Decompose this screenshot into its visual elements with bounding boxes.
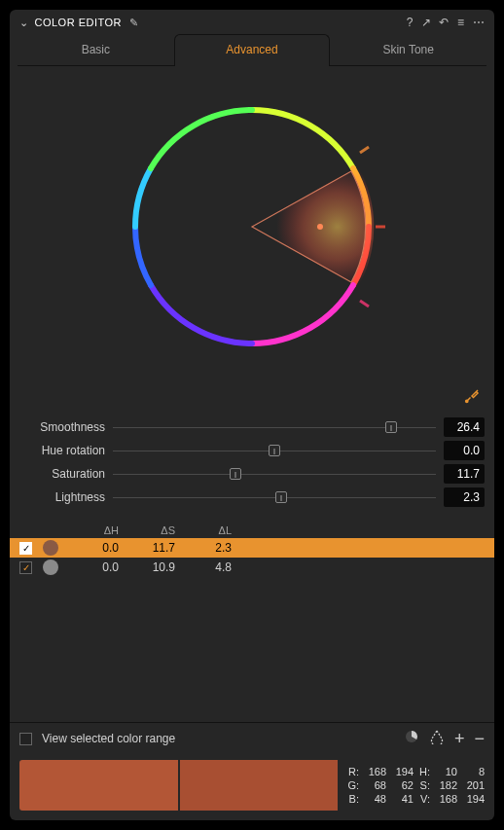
table-row[interactable]: ✓ 0.0 11.7 2.3 — [10, 538, 494, 558]
svg-line-2 — [360, 301, 369, 307]
slider-label: Hue rotation — [19, 444, 105, 457]
slider-track[interactable] — [113, 490, 436, 504]
slider-smoothness: Smoothness 26.4 — [19, 417, 485, 437]
pie-icon[interactable] — [404, 729, 419, 748]
table-header: ΔH ΔS ΔL — [10, 524, 494, 538]
row-checkbox[interactable]: ✓ — [19, 542, 32, 555]
expand-icon[interactable]: ↗ — [421, 16, 432, 29]
slider-value[interactable]: 2.3 — [444, 487, 485, 507]
panel-header: ⌄ COLOR EDITOR ✎ ? ↗ ↶ ≡ ⋯ — [10, 10, 494, 33]
slider-label: Lightness — [19, 490, 105, 504]
invert-icon[interactable] — [429, 729, 445, 748]
slider-thumb[interactable] — [275, 491, 287, 503]
slider-track[interactable] — [113, 467, 436, 481]
reset-icon[interactable]: ↶ — [439, 16, 450, 29]
footer-toolbar: View selected color range + − — [10, 722, 494, 754]
color-swatch-after[interactable] — [180, 760, 339, 811]
slider-track[interactable] — [113, 444, 436, 457]
panel-title: COLOR EDITOR ✎ — [35, 17, 407, 29]
tab-advanced[interactable]: Advanced — [174, 34, 331, 66]
slider-value[interactable]: 11.7 — [444, 464, 485, 484]
collapse-chevron-icon[interactable]: ⌄ — [19, 17, 29, 29]
copy-icon[interactable]: ≡ — [457, 16, 465, 29]
help-icon[interactable]: ? — [407, 16, 414, 29]
eyedropper-icon[interactable] — [463, 387, 481, 408]
svg-point-3 — [317, 224, 323, 230]
slider-value[interactable]: 0.0 — [444, 441, 485, 460]
color-readout: R:168194 H:108 G:6862 S:182201 B:4841 V:… — [10, 754, 494, 820]
svg-point-4 — [466, 400, 468, 402]
tab-basic[interactable]: Basic — [18, 34, 174, 66]
view-range-checkbox[interactable] — [19, 733, 32, 745]
slider-track[interactable] — [113, 420, 436, 434]
slider-label: Saturation — [19, 467, 105, 481]
slider-thumb[interactable] — [385, 421, 397, 433]
slider-thumb[interactable] — [269, 445, 280, 456]
color-swatch-before[interactable] — [19, 760, 178, 811]
slider-hue-rotation: Hue rotation 0.0 — [19, 441, 485, 460]
color-wheel-area — [10, 66, 494, 387]
slider-saturation: Saturation 11.7 — [19, 464, 485, 484]
mode-tabs: Basic Advanced Skin Tone — [18, 33, 486, 66]
view-range-label: View selected color range — [42, 732, 394, 745]
slider-value[interactable]: 26.4 — [444, 417, 485, 437]
slider-thumb[interactable] — [230, 468, 241, 480]
row-checkbox[interactable]: ✓ — [19, 561, 32, 574]
table-row[interactable]: ✓ 0.0 10.9 4.8 — [10, 558, 494, 577]
wand-icon[interactable]: ✎ — [129, 17, 139, 28]
remove-icon[interactable]: − — [474, 730, 485, 747]
slider-label: Smoothness — [19, 420, 105, 434]
color-values-grid: R:168194 H:108 G:6862 S:182201 B:4841 V:… — [340, 760, 485, 811]
tab-skin-tone[interactable]: Skin Tone — [330, 34, 486, 66]
color-wheel[interactable] — [116, 90, 388, 363]
more-icon[interactable]: ⋯ — [473, 16, 486, 29]
row-swatch — [43, 559, 58, 575]
slider-lightness: Lightness 2.3 — [19, 487, 485, 507]
svg-line-0 — [360, 147, 369, 153]
adjustments-table: ΔH ΔS ΔL ✓ 0.0 11.7 2.3 ✓ 0.0 10.9 4.8 — [10, 524, 494, 577]
add-icon[interactable]: + — [454, 730, 465, 747]
sliders-section: Smoothness 26.4 Hue rotation 0.0 Saturat… — [10, 414, 494, 511]
row-swatch — [43, 540, 58, 556]
